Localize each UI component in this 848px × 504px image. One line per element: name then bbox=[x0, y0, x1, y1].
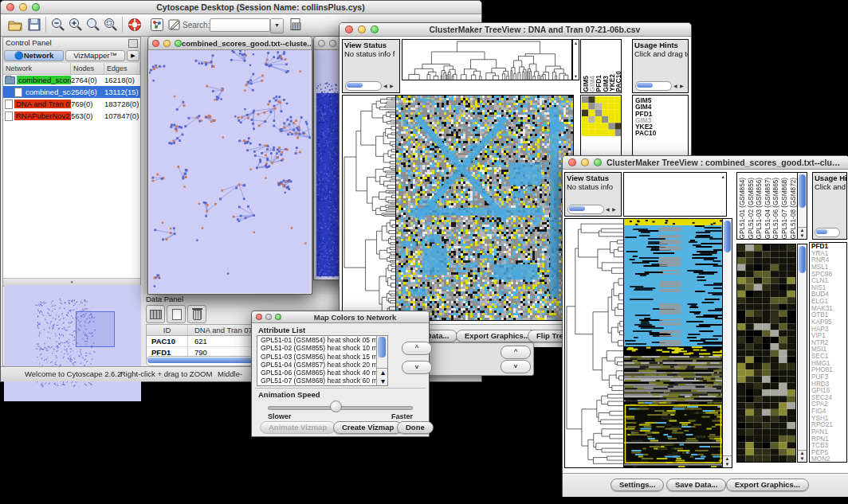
tv2-status-scrollbar[interactable]: ◀ ▶ bbox=[567, 205, 617, 213]
dialog-title: Map Colors to Network bbox=[281, 313, 429, 322]
minimize-button[interactable] bbox=[265, 314, 272, 320]
network-titlebar[interactable]: combined_scores_good.txt--cluste... bbox=[148, 37, 312, 50]
network-name: combined_sco bbox=[24, 88, 71, 96]
annotation-icon[interactable] bbox=[167, 17, 183, 33]
network-row[interactable]: combined_sco2569(6)13112(15) bbox=[3, 86, 140, 98]
export-graphics----button[interactable]: Export Graphics... bbox=[726, 479, 809, 491]
close-button[interactable] bbox=[256, 314, 262, 320]
tv1-status-scrollbar[interactable]: ◀ ▶ bbox=[345, 81, 395, 90]
zoom-button[interactable] bbox=[175, 40, 182, 47]
zoom-selected-icon[interactable] bbox=[103, 17, 119, 33]
tv2-gene-labels: PFD1YRA1RNR4MSL1SPC98CLN1NIS1BUD4ELG1MAK… bbox=[809, 242, 847, 463]
attribute-up-button[interactable]: ^ bbox=[402, 342, 432, 355]
attribute-list-item[interactable]: GPL51-07 (GSM868) heat shock 60 min bbox=[259, 377, 387, 385]
tv2-heatmap-scrollbar[interactable]: ▲▼ bbox=[722, 218, 732, 468]
done-button[interactable]: Done bbox=[397, 421, 434, 434]
open-icon[interactable] bbox=[7, 17, 23, 33]
tv1-column-dendrogram[interactable] bbox=[402, 39, 572, 80]
attribute-list-item[interactable]: GPL51-02 (GSM855) heat shock 10 min bbox=[259, 344, 387, 352]
tab-overflow-arrow[interactable]: ▶ bbox=[127, 50, 139, 61]
tab-network[interactable]: 🔵Network bbox=[4, 50, 64, 61]
treeview1-titlebar[interactable]: ClusterMaker TreeView : DNA and Tran 07-… bbox=[340, 23, 691, 37]
control-panel: Control Panel 🔵Network VizMapper™ ▶ Netw… bbox=[2, 37, 141, 366]
main-titlebar[interactable]: Cytoscape Desktop (Session Name: collins… bbox=[1, 1, 481, 14]
move-down-button[interactable]: v bbox=[501, 360, 531, 373]
birdseye-viewport-rect[interactable] bbox=[76, 311, 115, 347]
minimize-button[interactable] bbox=[581, 158, 589, 166]
close-button[interactable] bbox=[318, 40, 325, 47]
zoom-fit-icon[interactable] bbox=[85, 17, 101, 33]
dialog-titlebar[interactable]: Map Colors to Network bbox=[252, 311, 429, 323]
minimize-button[interactable] bbox=[19, 3, 27, 11]
float-panel-icon[interactable] bbox=[128, 39, 138, 48]
birdseye-view[interactable] bbox=[4, 285, 139, 365]
tv1-column-labels: GIM5GIM4PFD1GIM3YKE2PAC10 bbox=[580, 39, 622, 93]
close-button[interactable] bbox=[568, 158, 576, 166]
delete-attribute-button[interactable] bbox=[187, 305, 206, 323]
help-lifesaver-icon[interactable] bbox=[127, 17, 143, 33]
tv2-collabel-scrollbar[interactable]: ▲▼ bbox=[797, 172, 807, 240]
attribute-list[interactable]: GPL51-01 (GSM854) heat shock 05 minGPL51… bbox=[257, 335, 388, 386]
export-graphics----button[interactable]: Export Graphics... bbox=[456, 330, 539, 342]
create-vizmap-button[interactable]: Create Vizmap bbox=[333, 421, 402, 434]
row-id: PAC10 bbox=[147, 336, 188, 346]
new-attribute-button[interactable] bbox=[167, 305, 186, 323]
close-button[interactable] bbox=[152, 40, 159, 47]
zoom-button[interactable] bbox=[594, 158, 602, 166]
treeview2-body: View StatusNo status info ◀ ▶ ▲ GPL51-01… bbox=[563, 170, 848, 496]
tv1-hints-scrollbar[interactable]: ◀ ▶ bbox=[635, 81, 685, 90]
network-canvas bbox=[149, 50, 311, 293]
search-input[interactable] bbox=[210, 18, 270, 32]
attribute-down-button[interactable]: v bbox=[402, 361, 432, 374]
network-name-cell: combined_sco bbox=[3, 88, 71, 97]
minimize-button[interactable] bbox=[358, 25, 366, 33]
trash-icon bbox=[193, 310, 202, 320]
animate-vizmap-button[interactable]: Animate Vizmap bbox=[260, 421, 336, 434]
minimize-button[interactable] bbox=[163, 40, 171, 47]
scrollbar-arrows[interactable]: ▲▼ bbox=[377, 368, 387, 385]
attribute-list-item[interactable]: GPL51-06 (GSM865) heat shock 40 min bbox=[259, 369, 387, 377]
network-row[interactable]: RNAPuberNov2+563(0)107847(0) bbox=[3, 110, 140, 122]
folder-icon bbox=[5, 76, 15, 84]
tv2-heatmap[interactable] bbox=[623, 218, 723, 468]
attribute-list-item[interactable]: GPL51-04 (GSM857) heat shock 20 min bbox=[259, 361, 387, 369]
attribute-list-item[interactable]: GPL51-03 (GSM856) heat shock 15 min bbox=[259, 353, 387, 361]
save-data----button[interactable]: Save Data... bbox=[666, 479, 726, 491]
network-row[interactable]: combined_scores2764(0)16218(0) bbox=[3, 74, 140, 86]
zoom-button[interactable] bbox=[32, 3, 40, 11]
zoom-out-icon[interactable] bbox=[50, 17, 66, 33]
search-dropdown-arrow[interactable]: ▼ bbox=[270, 18, 284, 33]
save-icon[interactable] bbox=[26, 17, 42, 33]
zoom-in-icon[interactable] bbox=[68, 17, 84, 33]
close-button[interactable] bbox=[6, 3, 14, 11]
attribute-list-item[interactable]: GPL51-01 (GSM854) heat shock 05 min bbox=[259, 336, 387, 344]
scrollbar-thumb[interactable] bbox=[378, 337, 386, 357]
close-button[interactable] bbox=[345, 25, 353, 33]
treeview2-titlebar[interactable]: ClusterMaker TreeView : combined_scores_… bbox=[563, 156, 848, 170]
network-row[interactable]: DNA and Tran 07769(0)183728(0) bbox=[3, 98, 140, 110]
import-table-icon[interactable] bbox=[288, 17, 304, 33]
slider-thumb[interactable] bbox=[330, 400, 342, 412]
zoom-button[interactable] bbox=[371, 25, 379, 33]
tv2-global-view[interactable]: ▲ bbox=[623, 172, 727, 217]
move-up-button[interactable]: ^ bbox=[501, 346, 531, 359]
tv2-detail-heatmap[interactable] bbox=[736, 244, 796, 463]
treeview2-window: ClusterMaker TreeView : combined_scores_… bbox=[562, 155, 848, 497]
network-import-icon[interactable] bbox=[149, 17, 165, 33]
network-canvas-area[interactable] bbox=[149, 50, 311, 293]
network-name: RNAPuberNov2+ bbox=[14, 111, 71, 120]
tv1-row-dendrogram[interactable] bbox=[342, 95, 396, 321]
tv2-hints-scrollbar[interactable] bbox=[815, 228, 840, 236]
tab-vizmapper[interactable]: VizMapper™ bbox=[65, 50, 125, 61]
network-edges-count: 16218(0) bbox=[104, 76, 140, 84]
select-attributes-button[interactable] bbox=[146, 305, 165, 323]
attribute-list-scrollbar[interactable]: ▲▼ bbox=[376, 336, 387, 385]
status-welcome: Welcome to Cytoscape 2.6.2 bbox=[25, 369, 121, 378]
settings----button[interactable]: Settings... bbox=[610, 479, 664, 491]
tv1-col-scroll-strip[interactable]: ▲ ▼ bbox=[572, 39, 579, 80]
tv2-detail-scrollbar[interactable]: ▲▼ bbox=[797, 244, 807, 463]
zoom-button[interactable] bbox=[275, 314, 281, 320]
tv1-heatmap[interactable] bbox=[395, 95, 574, 321]
minimize-button[interactable] bbox=[329, 40, 336, 47]
tv2-row-dendrogram[interactable] bbox=[564, 218, 624, 468]
